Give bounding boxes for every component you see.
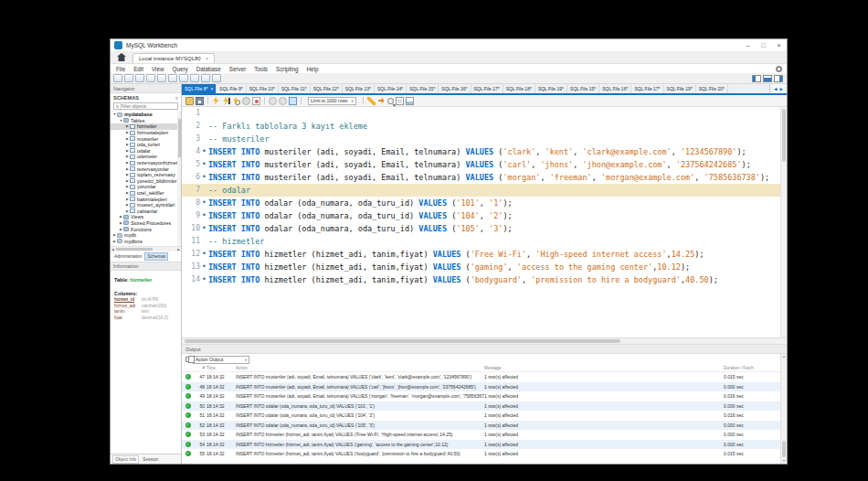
tree-item-musteri_ayrintilari[interactable]: ▶musteri_ayrintilari <box>111 202 181 208</box>
gear-icon[interactable] <box>776 66 782 72</box>
editor-tab-6[interactable]: SQL File 14* <box>375 84 407 93</box>
code-line-9[interactable]: 9•INSERT INTO odalar (oda_numara, oda_tu… <box>182 209 787 222</box>
execute-current-icon[interactable] <box>222 97 230 105</box>
new-sql-tab-icon[interactable] <box>113 74 122 82</box>
code-line-13[interactable]: 13•INSERT INTO hizmetler (hizmet_adi, ta… <box>182 261 787 273</box>
scroll-left-icon[interactable]: ◀ <box>111 248 114 251</box>
tree-item-musteriler[interactable]: ▶musteriler <box>111 135 181 142</box>
sql-code-area[interactable]: 12-- Farklı tablolara 3 kayıt ekleme3-- … <box>182 107 787 337</box>
tab-prev-icon[interactable]: ◀ <box>774 87 777 91</box>
maximize-button[interactable]: □ <box>756 39 771 51</box>
tree-item-toplam_rezervasy[interactable]: ▶toplam_rezervasy <box>111 172 181 178</box>
find-next-icon[interactable] <box>377 97 386 105</box>
menu-file[interactable]: File <box>116 66 125 72</box>
menu-query[interactable]: Query <box>173 66 188 72</box>
wrap-text-icon[interactable] <box>406 97 414 105</box>
editor-tab-8[interactable]: SQL File 16* <box>439 84 471 93</box>
editor-tab-1[interactable]: SQL File 9* <box>217 84 246 93</box>
create-schema-icon[interactable] <box>146 74 155 82</box>
editor-tab-5[interactable]: SQL File 13* <box>343 84 375 93</box>
tree-item-functions[interactable]: ▶Functions <box>111 226 181 232</box>
tree-item-mydb[interactable]: ▶mydb <box>111 232 181 239</box>
invisible-chars-icon[interactable] <box>396 97 404 105</box>
tree-item-tables[interactable]: ▼Tables <box>111 118 181 124</box>
execute-icon[interactable] <box>212 97 220 105</box>
output-row-55[interactable]: ✓5518:14:32INSERT INTO hizmetler (hizmet… <box>182 449 787 459</box>
menu-database[interactable]: Database <box>196 66 221 72</box>
open-script-icon[interactable] <box>185 97 194 105</box>
output-row-50[interactable]: ✓5018:14:32INSERT INTO odalar (oda_numar… <box>182 401 787 412</box>
scroll-right-icon[interactable]: ▶ <box>177 248 180 251</box>
close-button[interactable]: × <box>771 39 787 51</box>
editor-tab-2[interactable]: SQL File 10* <box>247 84 279 93</box>
tree-item-hizmettalepleri[interactable]: ▶hizmettalepleri <box>111 130 181 136</box>
editor-tab-0[interactable]: SQL File 8*× <box>182 84 217 93</box>
sidebar-tab-session[interactable]: Session <box>141 456 160 463</box>
rollback-icon[interactable] <box>279 97 287 105</box>
code-line-12[interactable]: 12•INSERT INTO hizmetler (hizmet_adi, ta… <box>182 248 787 261</box>
tree-item-yonetici_bildirimler[interactable]: ▶yonetici_bildirimler <box>111 178 181 185</box>
code-line-11[interactable]: 11-- hizmetler <box>182 235 787 248</box>
tree-item-yorumlar[interactable]: ▶yorumlar <box>111 184 181 190</box>
toggle-output-area-icon[interactable] <box>763 75 772 82</box>
code-line-8[interactable]: 8•INSERT INTO odalar (oda_numara, oda_tu… <box>182 197 787 209</box>
tree-item-rezervasyonhizmetleri[interactable]: ▶rezervasyonhizmetleri <box>111 160 181 166</box>
code-line-5[interactable]: 5•INSERT INTO musteriler (adi, soyadi, E… <box>182 158 787 171</box>
output-vertical-scrollbar[interactable]: ▲ ▼ <box>780 354 787 464</box>
tree-item-mydbms[interactable]: ▶mydbms <box>111 238 181 244</box>
close-connection-icon[interactable]: × <box>206 56 209 61</box>
minimize-button[interactable]: – <box>740 39 756 51</box>
tree-item-ozel_teklifler[interactable]: ▶ozel_teklifler <box>111 190 181 197</box>
reconnect-dbms-icon[interactable] <box>212 74 221 82</box>
sidebar-tab-object-info[interactable]: Object Info <box>112 455 139 464</box>
output-row-53[interactable]: ✓5318:14:32INSERT INTO hizmetler (hizmet… <box>182 430 787 440</box>
tree-item-bakimtalepleri[interactable]: ▶bakimtalepleri <box>111 196 181 202</box>
code-line-3[interactable]: 3-- musteriler <box>182 133 787 145</box>
editor-tab-4[interactable]: SQL File 12* <box>311 84 343 93</box>
toggle-right-sidebar-icon[interactable] <box>774 75 783 82</box>
beautify-icon[interactable] <box>367 97 376 105</box>
scroll-up-icon[interactable]: ▲ <box>781 355 787 358</box>
menu-help[interactable]: Help <box>306 66 318 72</box>
output-row-51[interactable]: ✓5118:14:32INSERT INTO odalar (oda_numar… <box>182 411 787 421</box>
navigator-tab-administration[interactable]: Administration <box>112 253 143 260</box>
toggle-left-sidebar-icon[interactable] <box>752 75 761 82</box>
output-row-54[interactable]: ✓5418:14:32INSERT INTO hizmetler (hizmet… <box>182 440 787 450</box>
navigator-tab-schemas[interactable]: Schemas <box>144 252 168 261</box>
save-script-icon[interactable] <box>196 97 204 105</box>
editor-tab-11[interactable]: SQL File 19* <box>535 84 567 93</box>
filter-input[interactable] <box>121 103 175 109</box>
editor-tab-9[interactable]: SQL File 17* <box>471 84 503 93</box>
editor-tab-7[interactable]: SQL File 15* <box>407 84 439 93</box>
output-row-52[interactable]: ✓5218:14:32INSERT INTO odalar (oda_numar… <box>182 421 787 431</box>
create-view-icon[interactable] <box>168 74 177 82</box>
tree-item-mydatabase[interactable]: ▼mydatabase <box>111 112 181 118</box>
autocommit-icon[interactable] <box>289 97 297 105</box>
code-line-2[interactable]: 2-- Farklı tablolara 3 kayıt ekleme <box>182 120 787 133</box>
editor-tab-12[interactable]: SQL File 15* <box>567 84 599 93</box>
editor-tab-10[interactable]: SQL File 18* <box>503 84 535 93</box>
editor-vertical-scrollbar[interactable] <box>780 107 787 337</box>
tree-item-oda_turleri[interactable]: ▶oda_turleri <box>111 142 181 148</box>
inspector-icon[interactable] <box>135 74 144 82</box>
menu-tools[interactable]: Tools <box>254 66 268 72</box>
create-table-icon[interactable] <box>157 74 166 82</box>
open-sql-script-icon[interactable] <box>124 74 133 82</box>
commit-icon[interactable] <box>269 97 277 105</box>
tree-horizontal-scrollbar[interactable]: ◀ ▶ <box>111 246 181 251</box>
code-line-10[interactable]: 10•INSERT INTO odalar (oda_numara, oda_t… <box>182 222 787 235</box>
toggle-stop-on-error-icon[interactable] <box>252 97 260 105</box>
editor-tab-3[interactable]: SQL File 11* <box>279 84 311 93</box>
tree-item-stored procedures[interactable]: ▶Stored Procedures <box>111 220 181 227</box>
editor-tab-15[interactable]: SQL File 19* <box>664 84 696 93</box>
tab-next-icon[interactable]: ▶ <box>780 87 783 91</box>
output-row-49[interactable]: ✓4918:14:32INSERT INTO musteriler (adi, … <box>182 391 787 401</box>
editor-tab-16[interactable]: SQL File 20* <box>696 84 728 93</box>
code-line-1[interactable]: 1 <box>182 107 787 120</box>
editor-tab-13[interactable]: SQL File 16* <box>599 84 631 93</box>
tree-item-odemeler[interactable]: ▶odemeler <box>111 154 181 160</box>
scroll-down-icon[interactable]: ▼ <box>781 459 787 463</box>
code-line-14[interactable]: 14•INSERT INTO hizmetler (hizmet_adi, ta… <box>182 273 787 286</box>
stop-icon[interactable] <box>242 97 250 105</box>
menu-scripting[interactable]: Scripting <box>276 66 299 72</box>
